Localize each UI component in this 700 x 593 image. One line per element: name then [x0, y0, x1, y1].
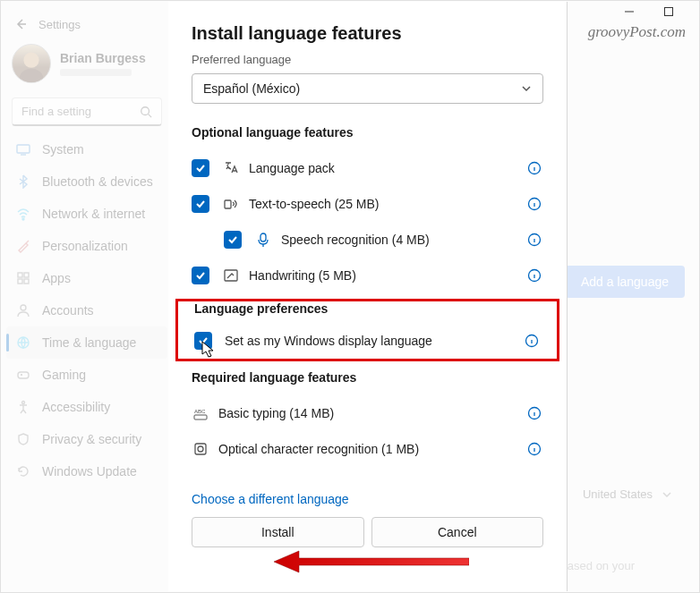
feature-label: Speech recognition (4 MB): [281, 233, 430, 247]
shield-icon: [15, 431, 31, 447]
svg-point-1: [20, 69, 44, 83]
checkbox-speech[interactable]: [224, 231, 242, 249]
info-icon[interactable]: [527, 161, 542, 175]
update-icon: [15, 463, 31, 479]
sidebar-item-label: System: [42, 142, 84, 157]
sidebar-item-label: Personalization: [42, 239, 128, 253]
microphone-icon: [254, 231, 272, 249]
svg-rect-17: [260, 233, 266, 241]
optional-features-heading: Optional language features: [192, 125, 543, 140]
cancel-button[interactable]: Cancel: [371, 517, 544, 547]
feature-basic-typing: ABC Basic typing (14 MB): [192, 395, 543, 431]
ocr-icon: [192, 440, 209, 458]
svg-rect-8: [24, 279, 29, 284]
svg-rect-15: [225, 200, 231, 208]
checkbox-handwriting[interactable]: [192, 267, 209, 284]
sidebar-item-label: Apps: [42, 271, 71, 285]
svg-rect-19: [225, 270, 237, 281]
search-placeholder: Find a setting: [21, 105, 91, 118]
required-features-heading: Required language features: [192, 370, 543, 385]
apps-icon: [15, 270, 31, 286]
info-icon[interactable]: [527, 268, 542, 283]
sidebar-item-accounts[interactable]: Accounts: [6, 294, 167, 326]
feature-label: Handwriting (5 MB): [249, 268, 356, 283]
svg-point-12: [22, 402, 25, 404]
search-input[interactable]: Find a setting: [12, 97, 162, 126]
sidebar-item-privacy[interactable]: Privacy & security: [6, 423, 167, 455]
dialog-title: Install language features: [192, 23, 543, 44]
search-icon: [140, 106, 152, 118]
feature-tts: Text-to-speech (25 MB): [192, 186, 543, 222]
feature-label: Language pack: [249, 161, 335, 175]
tts-icon: [222, 195, 240, 213]
selected-language: Español (México): [203, 81, 300, 96]
sidebar-item-update[interactable]: Windows Update: [6, 455, 167, 487]
choose-different-language-link[interactable]: Choose a different language: [192, 492, 543, 506]
feature-set-display-language: Set as my Windows display language: [194, 323, 541, 359]
sidebar-item-label: Windows Update: [42, 464, 137, 479]
accessibility-icon: [15, 399, 31, 415]
install-language-dialog: Install language features Preferred lang…: [168, 2, 568, 591]
sidebar-item-label: Privacy & security: [42, 432, 141, 446]
sidebar-item-bluetooth[interactable]: Bluetooth & devices: [6, 165, 167, 198]
avatar[interactable]: [12, 44, 51, 83]
gaming-icon: [15, 367, 31, 383]
feature-handwriting: Handwriting (5 MB): [192, 258, 543, 293]
sidebar-item-network[interactable]: Network & internet: [6, 198, 167, 230]
svg-rect-5: [18, 273, 22, 277]
svg-rect-6: [24, 273, 29, 277]
sidebar-item-label: Accounts: [42, 303, 94, 318]
sidebar-item-system[interactable]: System: [6, 133, 167, 165]
feature-language-pack: Language pack: [192, 150, 543, 186]
svg-rect-3: [17, 145, 30, 153]
sidebar-item-label: Network & internet: [42, 207, 145, 221]
sidebar-item-label: Time & language: [42, 335, 136, 350]
svg-point-9: [21, 305, 26, 310]
info-icon[interactable]: [527, 442, 542, 456]
sidebar-item-label: Gaming: [42, 368, 86, 382]
info-icon[interactable]: [525, 334, 539, 348]
svg-rect-25: [195, 444, 206, 454]
language-pack-icon: [222, 159, 240, 177]
watermark: groovyPost.com: [588, 23, 686, 41]
language-preferences-heading: Language preferences: [194, 301, 328, 316]
sidebar-item-accessibility[interactable]: Accessibility: [6, 391, 167, 423]
feature-ocr: Optical character recognition (1 MB): [192, 431, 543, 467]
preferred-language-label: Preferred language: [192, 53, 543, 66]
cursor-icon: [201, 340, 217, 360]
chevron-down-icon: [662, 489, 672, 500]
highlight-annotation: Language preferences Set as my Windows d…: [175, 299, 559, 361]
info-icon[interactable]: [527, 406, 542, 420]
sidebar-item-apps[interactable]: Apps: [6, 262, 167, 294]
install-button[interactable]: Install: [192, 517, 364, 547]
bg-country-selector[interactable]: United States: [583, 487, 672, 501]
feature-speech: Speech recognition (4 MB): [192, 222, 543, 258]
svg-point-26: [198, 446, 203, 452]
sidebar-item-label: Accessibility: [42, 400, 110, 414]
minimize-button[interactable]: [623, 5, 636, 18]
info-icon[interactable]: [527, 233, 542, 247]
wifi-icon: [15, 206, 31, 222]
feature-label: Set as my Windows display language: [225, 334, 432, 348]
add-language-button[interactable]: Add a language: [565, 266, 685, 298]
sidebar-item-time-language[interactable]: Time & language: [6, 326, 167, 359]
svg-text:ABC: ABC: [194, 409, 206, 414]
settings-title: Settings: [38, 18, 81, 31]
checkbox-tts[interactable]: [192, 195, 209, 213]
sidebar-item-personalization[interactable]: Personalization: [6, 230, 167, 262]
feature-label: Text-to-speech (25 MB): [249, 197, 380, 211]
feature-label: Basic typing (14 MB): [218, 406, 334, 420]
bluetooth-icon: [15, 174, 31, 190]
svg-rect-13: [665, 8, 673, 16]
svg-point-4: [22, 218, 24, 220]
language-dropdown[interactable]: Español (México): [192, 73, 543, 104]
checkbox-language-pack[interactable]: [192, 159, 209, 177]
system-icon: [15, 141, 31, 157]
svg-point-0: [23, 53, 38, 68]
sidebar-item-gaming[interactable]: Gaming: [6, 359, 167, 391]
maximize-button[interactable]: [662, 5, 675, 18]
feature-label: Optical character recognition (1 MB): [218, 442, 419, 456]
back-icon[interactable]: [13, 17, 28, 31]
info-icon[interactable]: [527, 197, 542, 211]
keyboard-icon: ABC: [192, 404, 209, 422]
